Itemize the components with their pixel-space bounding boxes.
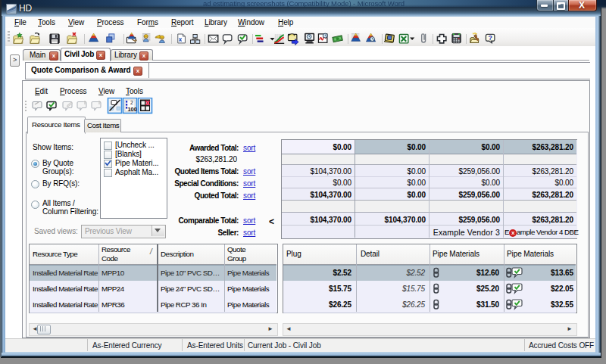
svg-text:100: 100 (128, 106, 137, 113)
svg-text:?: ? (489, 34, 492, 42)
svg-text:2: 2 (130, 100, 133, 105)
